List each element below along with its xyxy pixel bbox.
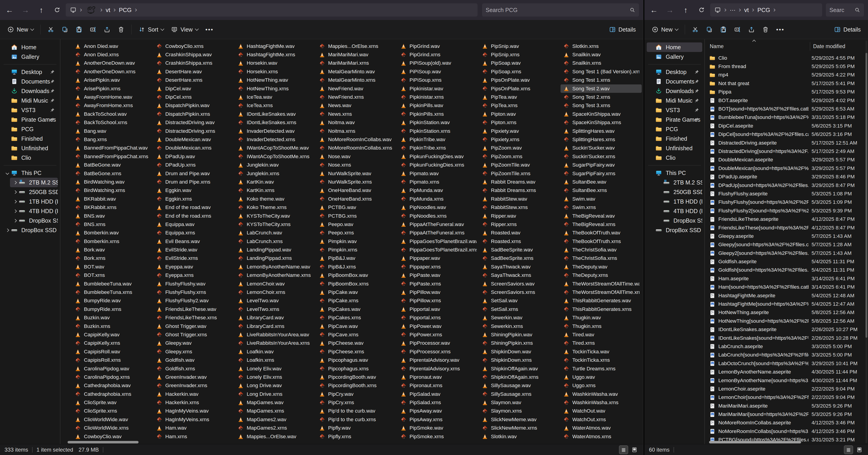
file-row[interactable]: NoMoreRoomInCollabs[sound=https%3... 4/1…: [705, 427, 863, 435]
expand-chevron-icon[interactable]: [648, 90, 655, 92]
file-item[interactable]: Drum and Pipe.wav: [154, 169, 235, 178]
sidebar-item-pirate-games[interactable]: Pirate Games: [647, 115, 702, 124]
file-item[interactable]: PipPower.wav: [398, 322, 479, 331]
file-row[interactable]: MariMariMari.aseprite 5/3/2025 9:26 PM: [705, 402, 863, 410]
file-row[interactable]: Gleepy2[sound=https%3A%2F%2Ffiles.ca... …: [705, 249, 863, 257]
share-button[interactable]: [100, 23, 114, 36]
file-item[interactable]: CrashkinShippa.wav: [154, 50, 235, 59]
file-item[interactable]: ShiningPipkin.xrns: [479, 339, 560, 347]
sidebar-item-this-pc[interactable]: This PC: [647, 168, 702, 178]
file-item[interactable]: LemonByAnotherName.xrns: [235, 271, 316, 280]
file-item[interactable]: Swim.wav: [560, 195, 642, 203]
file-item[interactable]: MariMariMari.wav: [316, 50, 398, 59]
file-item[interactable]: PippaGoesToPlanetBrazil.xrns: [398, 246, 479, 254]
file-item[interactable]: HashtagFightMe.xrns: [235, 50, 316, 59]
expand-chevron-icon[interactable]: [4, 172, 11, 174]
file-item[interactable]: Snailkin.xrns: [560, 59, 642, 67]
file-item[interactable]: ThisRabbitGenerates.wav: [560, 296, 642, 305]
file-item[interactable]: BatBeGone.xrns: [72, 169, 153, 178]
sidebar-item-dropbox-ssd-t7-g-[interactable]: DropBox SSD T7 (G:): [654, 216, 702, 225]
file-item[interactable]: Lonely Eliv.xrns: [235, 373, 316, 381]
sidebar-item-1tb-hdd-e-[interactable]: 1TB HDD (E:): [654, 197, 702, 206]
file-item[interactable]: LevelTwo.xrns: [235, 305, 316, 313]
file-item[interactable]: Ham.wav: [154, 424, 235, 432]
file-item[interactable]: Pipfly.xrns: [316, 432, 398, 441]
file-item[interactable]: Pip'd to the curb.wav: [316, 407, 398, 415]
expand-chevron-icon[interactable]: [656, 191, 663, 193]
file-item[interactable]: Turtle Dreams.xrns: [560, 365, 642, 373]
file-item[interactable]: PipSnip.wav: [479, 42, 560, 50]
details-pane-button[interactable]: Details: [606, 23, 639, 36]
expand-chevron-icon[interactable]: [648, 157, 655, 159]
file-row[interactable]: Gleepy[sound=https%3A%2F%2Ffiles.cat... …: [705, 240, 863, 249]
file-item[interactable]: PipTea.xrns: [479, 102, 560, 110]
file-item[interactable]: LabCrunch.xrns: [235, 237, 316, 246]
file-item[interactable]: Tired.xrns: [560, 339, 642, 347]
file-item[interactable]: PipkunFuckingDies.xrns: [398, 161, 479, 169]
sidebar-item-4tb-hdd-f-[interactable]: 4TB HDD (F:): [10, 206, 58, 216]
file-row[interactable]: DistractedDriving[sound=https%3A%2F... 5…: [705, 147, 863, 155]
sidebar-item-downloads[interactable]: Downloads: [2, 86, 58, 96]
horizontal-scrollbar[interactable]: [68, 441, 138, 444]
file-item[interactable]: Uggo.xrns: [560, 381, 642, 390]
file-row[interactable]: NoMoreRoomInCollabs.aseprite 4/12/2025 3…: [705, 419, 863, 427]
sidebar-item-midi-music[interactable]: Midi Music: [647, 96, 702, 105]
file-item[interactable]: TheWorstStreamOfAllTime.wav: [560, 280, 642, 288]
new-button[interactable]: New: [4, 23, 37, 36]
expand-chevron-icon[interactable]: [648, 56, 655, 58]
file-item[interactable]: PipsOnPlate.wav: [479, 76, 560, 84]
file-item[interactable]: TheDeputy.wav: [560, 262, 642, 271]
paste-button[interactable]: [717, 23, 730, 36]
forward-button[interactable]: →: [662, 3, 677, 17]
file-row[interactable]: Goldfish.aseprite 5/4/2025 11:31 PM: [705, 257, 863, 266]
expand-chevron-icon[interactable]: [4, 109, 11, 111]
sidebar-item-dropbox-ssd-t7-g-[interactable]: DropBox SSD T7 (G:): [2, 225, 58, 235]
file-item[interactable]: End of the road.xrns: [154, 212, 235, 220]
delete-button[interactable]: [759, 23, 772, 36]
file-item[interactable]: CarolinaPipdog.xrns: [72, 373, 153, 381]
file-item[interactable]: PipProcessor.wav: [398, 339, 479, 347]
file-item[interactable]: Rabbit Dreams.wav: [479, 178, 560, 186]
file-item[interactable]: InvaderDetected.xrns: [235, 135, 316, 144]
file-item[interactable]: Pipxiety.xrns: [479, 135, 560, 144]
file-item[interactable]: WaterAtmos.wav: [560, 424, 642, 432]
file-item[interactable]: Anon Died.xrns: [72, 50, 153, 59]
file-item[interactable]: BOT.wav: [72, 262, 153, 271]
file-item[interactable]: MapGames.wav: [235, 398, 316, 407]
file-item[interactable]: Buzkin.xrns: [72, 322, 153, 331]
file-item[interactable]: Pipton.wav: [479, 110, 560, 118]
file-item[interactable]: PipB&J.wav: [316, 254, 398, 262]
file-item[interactable]: Lonely Eliv.wav: [235, 365, 316, 373]
file-item[interactable]: Cathedraphobia.xrns: [72, 390, 153, 398]
file-row[interactable]: DipCel[sound=https%3A%2F%2Ffiles.cat... …: [705, 130, 863, 139]
file-item[interactable]: Evil Beans.wav: [154, 237, 235, 246]
expand-chevron-icon[interactable]: [4, 147, 11, 149]
file-item[interactable]: Mappies...OrElse.wav: [235, 432, 316, 441]
file-item[interactable]: SlickNewMeme.wav: [479, 415, 560, 424]
file-row[interactable]: Not that great 5/17/2025 5:41 PM: [705, 79, 863, 88]
file-item[interactable]: SpaceKinShippa.xrns: [560, 118, 642, 127]
file-item[interactable]: PipBoomBox.wav: [316, 271, 398, 280]
file-item[interactable]: PipkunFuckingDies.wav: [398, 152, 479, 161]
file-item[interactable]: Pipkinistar.wav: [398, 84, 479, 93]
file-row[interactable]: HotNewThing.aseprite 5/8/2025 12:56 AM: [705, 308, 863, 317]
back-button[interactable]: ←: [647, 3, 661, 17]
file-item[interactable]: GreenInvader.xrns: [154, 381, 235, 390]
file-row[interactable]: DistractedDriving.aseprite 5/17/2025 12:…: [705, 139, 863, 147]
file-item[interactable]: SillySausage.xrns: [479, 390, 560, 398]
file-item[interactable]: Tired.wav: [560, 331, 642, 339]
file-item[interactable]: DesertHare.xrns: [154, 76, 235, 84]
file-item[interactable]: PipZoom.wav: [479, 144, 560, 152]
file-item[interactable]: TheChristSofia.xrns: [560, 254, 642, 262]
file-item[interactable]: TheBigReveal.wav: [560, 212, 642, 220]
file-item[interactable]: PipCake.xrns: [316, 296, 398, 305]
file-item[interactable]: SugarPipFairy.xrns: [560, 169, 642, 178]
file-row[interactable]: IDontLikeSnakes[sound=https%3A%2F%... 2/…: [705, 334, 863, 342]
file-item[interactable]: PippaAtTheFuneral.xrns: [398, 229, 479, 237]
file-row[interactable]: FlushyFlushy2[sound=https%3A%2F%2Ff... 5…: [705, 206, 863, 215]
expand-chevron-icon[interactable]: [648, 80, 655, 83]
file-item[interactable]: PipSmoke.wav: [398, 424, 479, 432]
file-item[interactable]: OneHareBand.xrns: [316, 195, 398, 203]
file-row[interactable]: FriendsLikeThese.aseprite 4/12/2025 8:47…: [705, 215, 863, 223]
sidebar-item-documents[interactable]: Documents: [2, 77, 58, 86]
